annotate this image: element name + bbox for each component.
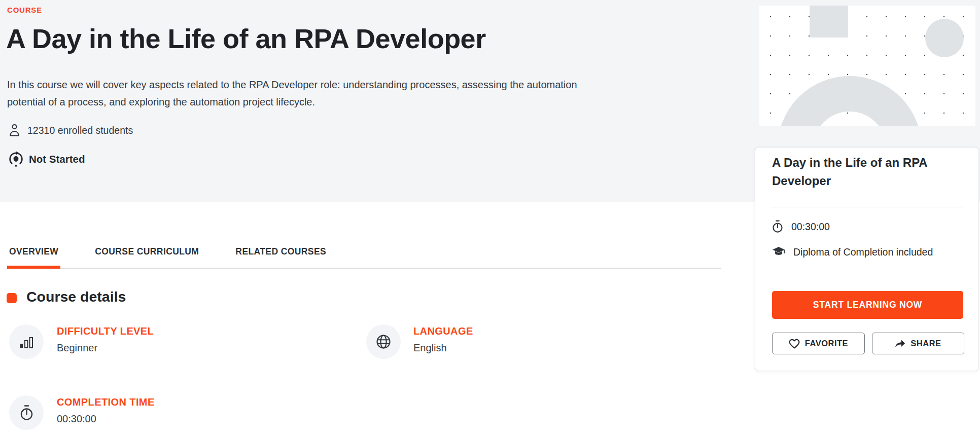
tab-related-courses[interactable]: RELATED COURSES — [233, 244, 328, 268]
card-duration-text: 00:30:00 — [791, 221, 830, 233]
decor-square — [810, 6, 848, 38]
section-bullet — [7, 293, 17, 303]
heart-icon — [789, 339, 800, 349]
course-eyebrow: COURSE — [7, 6, 42, 14]
start-learning-button[interactable]: START LEARNING NOW — [772, 291, 963, 319]
favorite-label: FAVORITE — [805, 339, 848, 348]
enrolled-students-text: 12310 enrolled students — [27, 125, 133, 136]
bar-chart-icon — [19, 335, 34, 349]
course-summary-card: A Day in the Life of an RPA Developer 00… — [755, 147, 979, 371]
globe-icon — [375, 334, 392, 350]
completion-time-label: COMPLETION TIME — [57, 396, 155, 408]
course-page: COURSE A Day in the Life of an RPA Devel… — [0, 0, 980, 437]
share-button[interactable]: SHARE — [872, 333, 964, 354]
language-label: LANGUAGE — [413, 325, 473, 337]
status-row: Not Started — [8, 151, 85, 167]
language-value: English — [413, 342, 447, 354]
favorite-button[interactable]: FAVORITE — [772, 333, 865, 354]
tab-overview[interactable]: OVERVIEW — [7, 244, 60, 268]
stopwatch-icon — [20, 405, 33, 421]
share-label: SHARE — [911, 339, 941, 348]
difficulty-icon-circle — [9, 324, 44, 359]
completion-time-icon-circle — [9, 395, 44, 430]
completion-time-value: 00:30:00 — [57, 413, 96, 425]
share-arrow-icon — [895, 339, 905, 348]
page-title: A Day in the Life of an RPA Developer — [6, 23, 486, 54]
card-diploma-text: Diploma of Completion included — [793, 246, 933, 258]
card-diploma-row: Diploma of Completion included — [772, 246, 933, 258]
tab-bar: OVERVIEW COURSE CURRICULUM RELATED COURS… — [7, 244, 721, 269]
graduation-cap-icon — [772, 246, 785, 258]
tab-course-curriculum[interactable]: COURSE CURRICULUM — [93, 244, 201, 268]
stopwatch-icon — [772, 220, 783, 233]
course-description: In this course we will cover key aspects… — [7, 76, 611, 111]
decor-circle — [925, 19, 964, 57]
card-title: A Day in the Life of an RPA Developer — [772, 154, 961, 190]
enrolled-students-row: 12310 enrolled students — [9, 124, 133, 137]
difficulty-label: DIFFICULTY LEVEL — [57, 325, 154, 337]
course-banner-image — [759, 6, 975, 126]
card-duration-row: 00:30:00 — [772, 220, 830, 233]
section-title: Course details — [26, 288, 126, 305]
difficulty-value: Beginner — [57, 342, 97, 354]
card-divider — [771, 207, 963, 207]
progress-status-icon — [8, 151, 24, 167]
status-text: Not Started — [29, 153, 85, 165]
language-icon-circle — [366, 324, 401, 359]
person-icon — [9, 124, 20, 137]
